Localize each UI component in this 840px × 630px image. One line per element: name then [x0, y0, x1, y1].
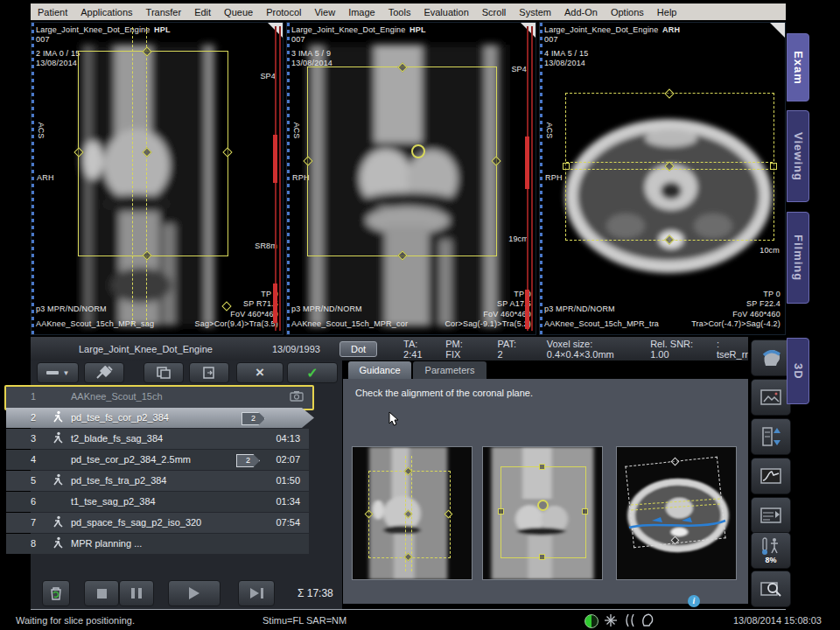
running-person-icon: [52, 515, 66, 529]
close-icon: ×: [256, 364, 264, 382]
menu-tools[interactable]: Tools: [388, 7, 411, 18]
fov-label: FoV 460*460: [195, 310, 278, 319]
menu-queue[interactable]: Queue: [224, 7, 253, 18]
pm-mode: PM: FIX: [445, 339, 472, 360]
slice-group-box[interactable]: [78, 51, 228, 256]
tab-3d[interactable]: 3D: [787, 338, 809, 404]
viewport-coronal[interactable]: Large_Joint_Knee_Dot_Engine 007 3 IMA 5 …: [286, 22, 536, 335]
image-review-button[interactable]: [751, 379, 791, 416]
windowing-button[interactable]: [751, 458, 791, 494]
guidance-thumb-coronal: [482, 446, 603, 580]
table-position-button[interactable]: [751, 418, 791, 455]
row-number: 2: [31, 412, 36, 423]
table-position: TP 0: [691, 290, 780, 299]
inject-contrast-button[interactable]: [84, 362, 124, 383]
slice-group-box[interactable]: [307, 66, 497, 256]
range-segment: [525, 136, 529, 189]
start-measurement-button[interactable]: [168, 580, 220, 606]
image-counter: 4 IMA 5 / 15: [544, 49, 659, 59]
image-corner-menu[interactable]: [770, 23, 785, 38]
drag-handle[interactable]: [563, 163, 570, 170]
menu-system[interactable]: System: [519, 7, 551, 18]
tab-parameters[interactable]: Parameters: [413, 361, 486, 379]
queue-dropdown-button[interactable]: ▼: [37, 362, 79, 383]
menu-help[interactable]: Help: [657, 7, 677, 18]
tab-filming[interactable]: Filming: [787, 212, 809, 304]
menu-edit[interactable]: Edit: [194, 7, 211, 18]
menu-bar: Patient Applications Transfer Edit Queue…: [31, 4, 786, 20]
queue-row[interactable]: 7 pd_space_fs_sag_p2_iso_320 07:54: [6, 513, 309, 533]
queue-row[interactable]: 4 pd_tse_cor_p2_384_2.5mm 2 02:07: [6, 450, 309, 470]
queue-row[interactable]: 6 t1_tse_sag_p2_384 01:34: [6, 492, 309, 512]
voxel-size: Voxel size: 0.4×0.4×3.0mm: [547, 339, 638, 360]
menu-applications[interactable]: Applications: [80, 7, 132, 18]
tab-viewing[interactable]: Viewing: [787, 110, 809, 202]
queue-row-selected[interactable]: 2 pd_tse_fs_cor_p2_384 2: [6, 408, 314, 428]
menu-view[interactable]: View: [314, 7, 335, 18]
viewport-sagittal[interactable]: Large_Joint_Knee_Dot_Engine 007 2 IMA 0 …: [31, 22, 284, 335]
study-name: Large_Joint_Knee_Dot_Engine: [544, 25, 659, 35]
menu-addon[interactable]: Add-On: [564, 7, 598, 18]
sequence-duration: 04:13: [276, 433, 300, 444]
sequence-name: MPR planning ...: [71, 538, 142, 549]
sequence-name: t1_tse_sag_p2_384: [71, 496, 156, 507]
pause-icon: [131, 588, 135, 598]
cancel-button[interactable]: ×: [236, 362, 284, 383]
slice-line[interactable]: [132, 27, 133, 325]
processing-label: p3 MPR/ND/NORM: [291, 304, 408, 314]
running-person-icon: [52, 431, 66, 445]
append-sheet-button[interactable]: [189, 362, 229, 383]
skip-button[interactable]: [238, 580, 275, 606]
stimulation-sar-status: Stimu=FL SAR=NM: [262, 615, 346, 626]
sequence-duration: 07:54: [276, 517, 300, 528]
series-number: 007: [544, 35, 659, 45]
thumb-handle: [539, 554, 545, 560]
layout-button[interactable]: [751, 497, 791, 534]
sheet-arrow-icon: [201, 366, 217, 380]
queue-row[interactable]: 8 MPR planning ...: [6, 534, 309, 554]
viewport-axial[interactable]: Large_Joint_Knee_Dot_Engine 007 4 IMA 5 …: [539, 22, 786, 335]
menu-protocol[interactable]: Protocol: [266, 7, 301, 18]
pause-button[interactable]: [119, 580, 154, 606]
image-icon: [760, 388, 782, 407]
rotation-handle[interactable]: [411, 144, 425, 158]
copy-references-button[interactable]: [144, 362, 184, 383]
magnifier-image-icon: [760, 578, 782, 599]
mouse-cursor: [388, 411, 401, 427]
delete-queue-button[interactable]: [42, 580, 70, 606]
checkmark-icon: ✓: [306, 365, 318, 382]
image-search-button[interactable]: [751, 570, 791, 607]
row-number: 4: [31, 454, 36, 465]
sequence-name: t2_blade_fs_sag_384: [71, 433, 163, 444]
menu-scroll[interactable]: Scroll: [482, 7, 507, 18]
menu-image[interactable]: Image: [348, 7, 375, 18]
apply-button[interactable]: ✓: [287, 362, 338, 383]
menu-transfer[interactable]: Transfer: [146, 7, 182, 18]
measurement-progress-icon: [584, 614, 598, 628]
range-segment: [525, 290, 529, 329]
info-icon[interactable]: i: [688, 595, 700, 607]
total-scan-time: Σ 17:38: [298, 587, 333, 599]
queue-row[interactable]: 3 t2_blade_fs_sag_384 04:13: [6, 429, 309, 449]
rotation-label: Sag>Cor(9.4)>Tra(3.5): [195, 319, 278, 329]
tab-guidance[interactable]: Guidance: [348, 361, 411, 379]
row-number: 5: [31, 475, 36, 486]
menu-evaluation[interactable]: Evaluation: [424, 7, 468, 18]
tab-exam[interactable]: Exam: [787, 33, 809, 102]
queue-row-scout[interactable]: 1 AAKnee_Scout_15ch: [4, 385, 314, 410]
drag-handle[interactable]: [770, 163, 777, 170]
queue-row[interactable]: 5 pd_tse_fs_tra_p2_384 01:50: [6, 471, 309, 491]
thumb-blue-annotation: [617, 447, 736, 579]
slice-position: SP F22.4: [691, 299, 780, 309]
row-number: 3: [31, 433, 36, 444]
menu-options[interactable]: Options: [611, 7, 644, 18]
menu-patient[interactable]: Patient: [38, 7, 67, 18]
dot-engine-button[interactable]: Dot: [340, 341, 377, 357]
patient-registration-button[interactable]: [751, 340, 791, 376]
play-icon: [189, 587, 200, 599]
slice-line[interactable]: [146, 27, 147, 325]
orientation-corner-label: HPL: [154, 25, 171, 35]
sar-monitor-button[interactable]: 8%: [751, 532, 791, 569]
stop-button[interactable]: [84, 580, 119, 606]
fov-label: FoV 460*460: [444, 310, 531, 319]
